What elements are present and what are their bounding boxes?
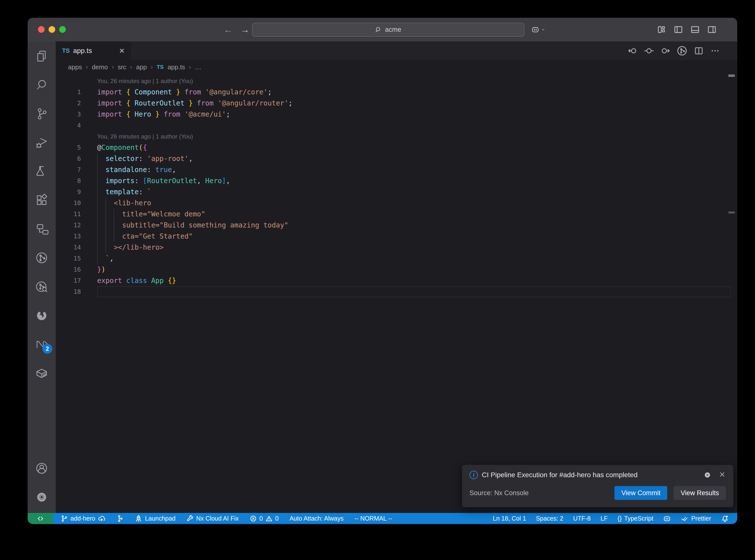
close-window-button[interactable] [38, 26, 45, 33]
breadcrumb-more[interactable]: … [195, 63, 201, 71]
problems-indicator[interactable]: 0 0 [250, 515, 279, 522]
previous-change-icon[interactable] [628, 46, 638, 56]
toggle-panel-icon[interactable] [690, 25, 700, 34]
breadcrumb-item[interactable]: demo [92, 63, 108, 71]
line-number: 16 [56, 264, 97, 275]
code-line[interactable]: 17export class App {} [56, 275, 737, 286]
command-center-search[interactable]: acme [252, 23, 524, 37]
view-commit-button[interactable]: View Commit [614, 486, 668, 500]
code-line[interactable]: 4 [56, 120, 737, 131]
more-actions-icon[interactable] [710, 46, 720, 56]
indent-guide [97, 231, 98, 242]
code-line[interactable]: 15 `, [56, 253, 737, 264]
chevron-down-icon [541, 27, 545, 32]
nx-project-graph-icon[interactable] [677, 45, 688, 56]
sidebar-item-nx-console[interactable]: 2 [27, 330, 56, 359]
customize-layout-icon[interactable] [657, 25, 666, 34]
settings-gear-icon [35, 490, 49, 504]
sidebar-item-explorer[interactable] [27, 41, 56, 70]
breadcrumb-item[interactable]: src [118, 63, 126, 71]
breadcrumb-item[interactable]: apps [68, 63, 82, 71]
remote-indicator[interactable] [27, 513, 53, 524]
nx-cloud-label: Nx Cloud AI Fix [196, 515, 239, 522]
code-line[interactable]: 5@Component({ [56, 142, 737, 153]
editor-group: TS app.ts ✕ [56, 41, 737, 513]
copilot-status-button[interactable] [663, 515, 671, 522]
chevron-right-icon: › [86, 64, 88, 71]
code-line[interactable]: 13 cta="Get Started" [56, 231, 737, 242]
sidebar-item-search[interactable] [27, 70, 56, 99]
code-line[interactable]: 2import { RouterOutlet } from '@angular/… [56, 98, 737, 109]
code-line[interactable]: 1import { Component } from '@angular/cor… [56, 86, 737, 98]
navigate-back-button[interactable]: ← [223, 18, 233, 41]
code-line[interactable]: 10 <lib-hero [56, 197, 737, 208]
eol-indicator[interactable]: LF [600, 515, 608, 522]
view-results-button[interactable]: View Results [674, 486, 726, 500]
nx-cloud-fix-button[interactable]: Nx Cloud AI Fix [186, 515, 239, 522]
sidebar-item-source-control[interactable] [27, 99, 56, 128]
sidebar-item-nx-graph-search[interactable] [27, 272, 56, 301]
line-number: 4 [56, 120, 97, 131]
copilot-menu[interactable] [531, 18, 545, 41]
indent-guide [97, 220, 98, 231]
encoding-indicator[interactable]: UTF-8 [573, 515, 591, 522]
code-line[interactable]: 11 title="Welcmoe demo" [56, 208, 737, 220]
sidebar-item-extensions[interactable] [27, 186, 56, 215]
vim-mode-indicator[interactable]: -- NORMAL -- [354, 515, 392, 522]
zoom-window-button[interactable] [59, 26, 66, 33]
breadcrumb-file[interactable]: app.ts [168, 63, 185, 71]
toggle-primary-sidebar-icon[interactable] [674, 25, 683, 34]
navigate-forward-button[interactable]: → [240, 18, 250, 41]
info-icon: i [470, 471, 478, 479]
minimize-window-button[interactable] [48, 26, 55, 33]
auto-attach-indicator[interactable]: Auto Attach: Always [290, 515, 344, 522]
formatter-indicator[interactable]: Prettier [681, 515, 711, 522]
code-line[interactable]: 16}) [56, 264, 737, 275]
indent-guide [97, 197, 98, 208]
launchpad-button[interactable]: Launchpad [135, 515, 176, 522]
code-line[interactable]: 12 subtitle="Build something amazing tod… [56, 220, 737, 231]
code-line[interactable]: 14 ></lib-hero> [56, 242, 737, 253]
sidebar-item-testing[interactable] [27, 157, 56, 186]
cursor-position-indicator[interactable]: Ln 18, Col 1 [493, 515, 526, 522]
code-line[interactable]: 6 selector: 'app-root', [56, 153, 737, 164]
account-icon [35, 461, 49, 476]
code-line[interactable]: 3import { Hero } from '@acme/ui'; [56, 109, 737, 120]
sidebar-item-run-debug[interactable] [27, 128, 56, 157]
sidebar-item-swirl[interactable] [27, 301, 56, 330]
blame-annotation: You, 26 minutes ago | 1 author (You) [56, 131, 737, 142]
code-line[interactable]: 9 template: ` [56, 186, 737, 197]
indentation-indicator[interactable]: Spaces: 2 [536, 515, 563, 522]
git-graph-button[interactable] [116, 515, 124, 522]
notification-toast: i CI Pipeline Execution for #add-hero ha… [462, 465, 733, 507]
branch-indicator[interactable]: add-hero [61, 515, 105, 522]
sidebar-item-nx-graph[interactable] [27, 243, 56, 272]
tab-app-ts[interactable]: TS app.ts ✕ [56, 41, 131, 60]
indent-guide [105, 197, 106, 208]
formatter-label: Prettier [691, 515, 711, 522]
next-change-icon[interactable] [660, 46, 670, 56]
notification-settings-gear-icon[interactable] [703, 471, 712, 479]
accounts-button[interactable] [27, 454, 56, 483]
chevron-right-icon: › [189, 64, 191, 71]
close-notification-icon[interactable] [718, 471, 726, 478]
code-line[interactable]: 18 [56, 286, 737, 297]
close-tab-icon[interactable]: ✕ [119, 47, 125, 55]
breadcrumb-item[interactable]: app [136, 63, 147, 71]
notification-source: Source: Nx Console [470, 489, 608, 497]
language-indicator[interactable]: {} TypeScript [618, 515, 653, 522]
status-left: add-hero Launchpad [53, 515, 392, 522]
line-number: 3 [56, 109, 97, 120]
settings-button[interactable] [27, 483, 56, 512]
code-line[interactable]: 8 imports: [RouterOutlet, Hero], [56, 175, 737, 186]
code-line[interactable]: 7 standalone: true, [56, 164, 737, 175]
split-editor-icon[interactable] [694, 46, 704, 56]
sidebar-item-remote-explorer[interactable] [27, 215, 56, 243]
title-bar: ← → acme [27, 18, 737, 41]
sidebar-item-containers[interactable] [27, 359, 56, 387]
code-area[interactable]: You, 26 minutes ago | 1 author (You)1imp… [56, 74, 737, 513]
change-marker-icon[interactable] [644, 46, 654, 56]
toggle-secondary-sidebar-icon[interactable] [707, 25, 717, 34]
notifications-bell-button[interactable] [721, 515, 729, 522]
blame-annotation: You, 26 minutes ago | 1 author (You) [56, 75, 737, 86]
